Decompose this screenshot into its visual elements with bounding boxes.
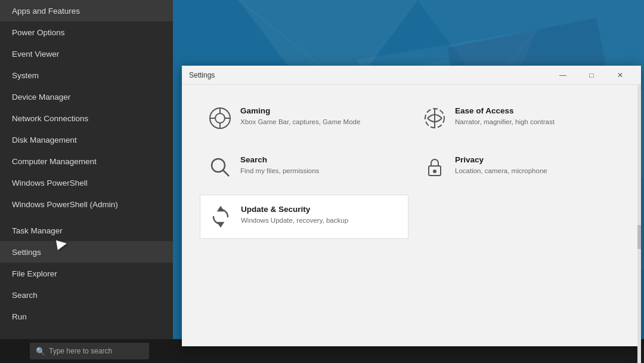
- menu-item-label: Settings: [12, 248, 41, 257]
- settings-titlebar: Settings — □ ✕: [182, 66, 641, 85]
- ease-icon: [423, 106, 447, 130]
- svg-point-26: [434, 170, 436, 173]
- menu-item-computer-management[interactable]: Computer Management: [0, 150, 173, 172]
- menu-item-label: Search: [12, 291, 38, 300]
- settings-item-title: Ease of Access: [455, 106, 555, 115]
- menu-item-label: Computer Management: [12, 157, 97, 166]
- settings-content: GamingXbox Game Bar, captures, Game Mode…: [182, 85, 641, 346]
- settings-text-search: SearchFind my files, permissions: [240, 155, 319, 176]
- svg-line-24: [223, 170, 229, 176]
- menu-item-shut-down[interactable]: Shut down or sign out›: [0, 332, 173, 339]
- settings-text-privacy: PrivacyLocation, camera, microphone: [455, 155, 547, 176]
- search-icon: [208, 155, 232, 179]
- settings-grid: GamingXbox Game Bar, captures, Game Mode…: [200, 97, 623, 239]
- minimize-button[interactable]: —: [549, 66, 577, 85]
- update-icon: [209, 205, 233, 229]
- gaming-icon: [208, 106, 232, 130]
- settings-item-title: Gaming: [240, 106, 360, 115]
- menu-item-system[interactable]: System: [0, 64, 173, 86]
- settings-item-description: Narrator, magnifier, high contrast: [455, 117, 555, 127]
- menu-item-label: Power Options: [12, 28, 65, 37]
- menu-item-windows-powershell-admin[interactable]: Windows PowerShell (Admin): [0, 193, 173, 215]
- menu-item-task-manager[interactable]: Task Manager: [0, 220, 173, 241]
- settings-item-title: Search: [240, 155, 319, 164]
- menu-item-file-explorer[interactable]: File Explorer: [0, 263, 173, 284]
- menu-item-label: Run: [12, 312, 27, 321]
- privacy-icon: [423, 155, 447, 179]
- settings-item-update-security[interactable]: Update & SecurityWindows Update, recover…: [200, 195, 408, 239]
- settings-title: Settings: [189, 71, 215, 79]
- settings-item-description: Find my files, permissions: [240, 166, 319, 176]
- menu-item-power-options[interactable]: Power Options: [0, 21, 173, 43]
- menu-item-disk-management[interactable]: Disk Management: [0, 129, 173, 150]
- scroll-indicator: [637, 85, 641, 363]
- svg-point-16: [215, 113, 225, 123]
- settings-text-update-security: Update & SecurityWindows Update, recover…: [241, 205, 348, 225]
- settings-item-privacy[interactable]: PrivacyLocation, camera, microphone: [414, 146, 623, 189]
- menu-item-label: Device Manager: [12, 93, 70, 101]
- settings-item-gaming[interactable]: GamingXbox Game Bar, captures, Game Mode: [200, 97, 408, 140]
- settings-item-ease-of-access[interactable]: Ease of AccessNarrator, magnifier, high …: [414, 97, 623, 140]
- menu-item-label: Apps and Features: [12, 7, 80, 16]
- settings-item-description: Windows Update, recovery, backup: [241, 216, 348, 225]
- menu-item-search[interactable]: Search: [0, 284, 173, 306]
- settings-window: Settings — □ ✕ GamingXbox Game Bar, capt…: [182, 66, 641, 346]
- settings-text-gaming: GamingXbox Game Bar, captures, Game Mode: [240, 106, 360, 127]
- menu-item-label: Task Manager: [12, 226, 63, 235]
- menu-item-settings[interactable]: Settings: [0, 241, 173, 263]
- menu-item-label: Event Viewer: [12, 50, 59, 59]
- svg-point-23: [212, 159, 225, 172]
- taskbar-search[interactable]: 🔍 Type here to search: [30, 343, 149, 359]
- settings-item-title: Privacy: [455, 155, 547, 164]
- maximize-button[interactable]: □: [578, 66, 605, 85]
- menu-item-label: Windows PowerShell: [12, 179, 88, 187]
- search-text: Type here to search: [49, 347, 112, 355]
- menu-item-label: Disk Management: [12, 136, 77, 144]
- settings-item-description: Location, camera, microphone: [455, 166, 547, 176]
- menu-item-windows-powershell[interactable]: Windows PowerShell: [0, 172, 173, 193]
- menu-item-label: Network Connections: [12, 114, 88, 123]
- settings-item-search[interactable]: SearchFind my files, permissions: [200, 146, 408, 189]
- context-menu: Apps and FeaturesPower OptionsEvent View…: [0, 0, 173, 339]
- menu-item-label: Shut down or sign out: [12, 339, 90, 340]
- search-icon: 🔍: [36, 347, 45, 356]
- svg-marker-28: [218, 223, 223, 226]
- menu-item-label: System: [12, 71, 39, 80]
- menu-item-device-manager[interactable]: Device Manager: [0, 86, 173, 107]
- menu-item-apps-features[interactable]: Apps and Features: [0, 0, 173, 21]
- menu-item-network-connections[interactable]: Network Connections: [0, 107, 173, 129]
- menu-item-event-viewer[interactable]: Event Viewer: [0, 43, 173, 64]
- settings-item-title: Update & Security: [241, 205, 348, 214]
- chevron-right-icon: ›: [159, 339, 161, 339]
- scroll-thumb: [637, 225, 641, 249]
- svg-marker-27: [218, 207, 223, 211]
- menu-item-run[interactable]: Run: [0, 306, 173, 327]
- menu-item-label: Windows PowerShell (Admin): [12, 200, 118, 209]
- close-button[interactable]: ✕: [606, 66, 634, 85]
- settings-item-description: Xbox Game Bar, captures, Game Mode: [240, 117, 360, 127]
- titlebar-controls: — □ ✕: [549, 66, 634, 85]
- menu-item-label: File Explorer: [12, 269, 57, 278]
- settings-text-ease-of-access: Ease of AccessNarrator, magnifier, high …: [455, 106, 555, 127]
